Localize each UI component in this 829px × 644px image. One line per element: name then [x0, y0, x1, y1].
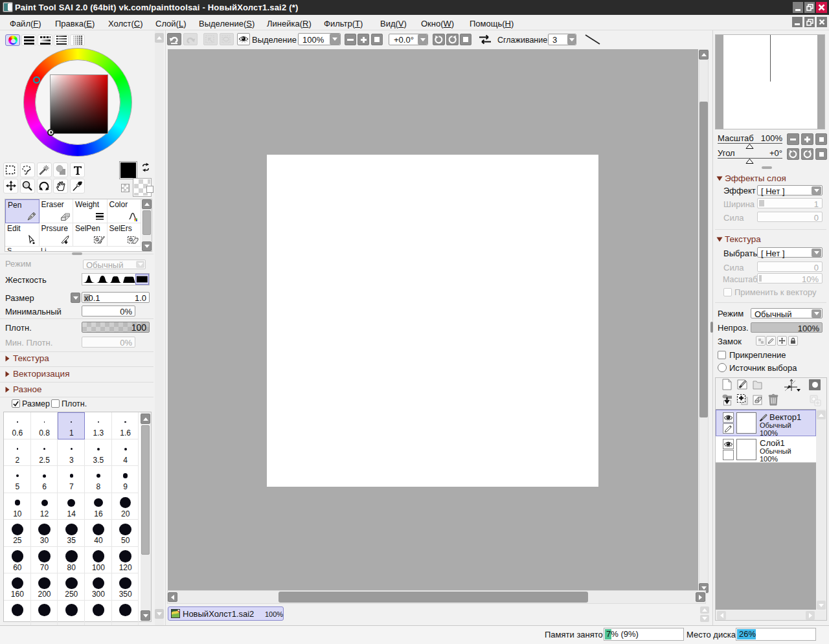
svg-text:S: S	[96, 238, 98, 241]
svg-text:S: S	[130, 238, 132, 241]
